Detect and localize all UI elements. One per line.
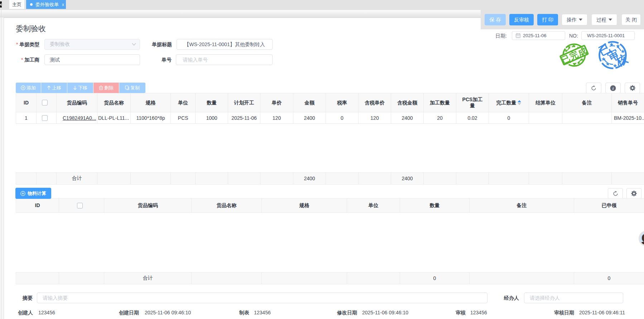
svg-text:已完成: 已完成 — [560, 45, 588, 65]
